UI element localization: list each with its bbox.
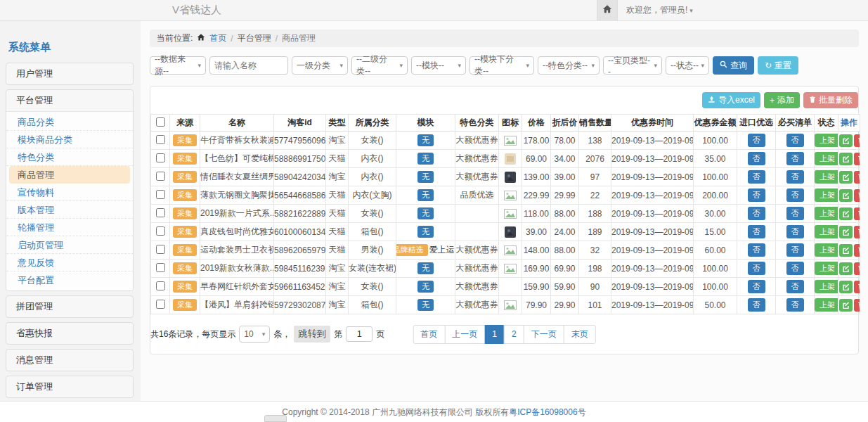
sidebar-item-宣传物料[interactable]: 宣传物料	[6, 184, 133, 201]
sidebar-section-header-group-buy-management[interactable]: 拼团管理	[6, 296, 133, 317]
edit-button[interactable]	[839, 134, 853, 147]
module-badge[interactable]: 无	[417, 207, 434, 219]
filter-select-item-type[interactable]: --宝贝类型--▾	[603, 56, 662, 75]
row-checkbox[interactable]	[156, 135, 165, 144]
page-button-上一页[interactable]: 上一页	[444, 325, 485, 344]
page-button-末页[interactable]: 末页	[564, 325, 596, 344]
import-select-toggle[interactable]: 否	[748, 225, 765, 238]
status-button[interactable]: 上架	[815, 225, 838, 238]
page-button-2[interactable]: 2	[504, 325, 524, 344]
edit-button[interactable]	[839, 189, 853, 202]
page-button-下一页[interactable]: 下一页	[524, 325, 564, 344]
row-checkbox[interactable]	[156, 226, 165, 236]
module-badge[interactable]: 无	[417, 189, 434, 201]
row-checkbox[interactable]	[156, 245, 165, 254]
delete-button[interactable]	[854, 134, 860, 147]
module-badge[interactable]: 无	[417, 226, 434, 238]
filter-select-level1-category[interactable]: 一级分类▾	[292, 56, 348, 75]
delete-button[interactable]	[854, 262, 860, 275]
module-badge[interactable]: 无	[417, 262, 434, 274]
delete-button[interactable]	[854, 207, 860, 220]
must-buy-toggle[interactable]: 否	[786, 298, 804, 312]
import-select-toggle[interactable]: 否	[748, 207, 765, 220]
reset-button[interactable]: ↻ 重置	[758, 56, 798, 75]
module-badge[interactable]: 无	[417, 171, 434, 183]
must-buy-toggle[interactable]: 否	[786, 207, 804, 220]
sidebar-section-header-user-management[interactable]: 用户管理	[6, 63, 133, 84]
row-checkbox[interactable]	[156, 190, 165, 199]
select-all-checkbox[interactable]	[156, 117, 165, 127]
status-button[interactable]: 上架	[815, 280, 838, 293]
sidebar-item-特色分类[interactable]: 特色分类	[6, 148, 133, 166]
import-select-toggle[interactable]: 否	[748, 298, 765, 312]
delete-button[interactable]	[854, 299, 860, 312]
sidebar-section-header-message-management[interactable]: 消息管理	[6, 350, 133, 371]
must-buy-toggle[interactable]: 否	[786, 243, 804, 257]
filter-select-data-source[interactable]: --数据来源--▾	[150, 56, 206, 75]
row-checkbox[interactable]	[156, 281, 165, 290]
jump-button[interactable]: 跳转到	[294, 326, 330, 343]
search-button[interactable]: 查询	[713, 56, 754, 75]
status-button[interactable]: 上架	[815, 262, 838, 275]
sidebar-item-模块商品分类[interactable]: 模块商品分类	[6, 131, 133, 148]
module-badge[interactable]: 无	[417, 153, 434, 165]
status-button[interactable]: 上架	[815, 170, 838, 184]
status-button[interactable]: 上架	[815, 298, 838, 312]
delete-button[interactable]	[854, 153, 860, 165]
row-checkbox[interactable]	[156, 263, 165, 272]
must-buy-toggle[interactable]: 否	[786, 152, 804, 165]
page-button-1[interactable]: 1	[484, 325, 505, 344]
status-button[interactable]: 上架	[815, 243, 838, 257]
module-badge[interactable]: 无	[417, 134, 434, 146]
filter-select-level2-category[interactable]: --二级分类--▾	[351, 56, 408, 75]
status-button[interactable]: 上架	[815, 134, 838, 147]
sidebar-item-商品分类[interactable]: 商品分类	[6, 113, 133, 131]
edit-button[interactable]	[839, 171, 853, 184]
import-select-toggle[interactable]: 否	[748, 170, 765, 184]
delete-button[interactable]	[854, 189, 860, 202]
filter-select-feature-category[interactable]: --特色分类--▾	[538, 56, 600, 75]
edit-button[interactable]	[839, 153, 853, 165]
filter-select-module[interactable]: --模块--▾	[411, 56, 466, 75]
sidebar-item-版本管理[interactable]: 版本管理	[6, 201, 133, 219]
row-checkbox[interactable]	[156, 208, 165, 217]
home-button[interactable]	[597, 0, 618, 20]
import-select-toggle[interactable]: 否	[748, 243, 765, 257]
sidebar-section-header-platform-management[interactable]: 平台管理	[6, 90, 133, 111]
import-select-toggle[interactable]: 否	[748, 134, 765, 147]
sidebar-section-header-savings-express[interactable]: 省惠快报	[6, 323, 133, 344]
must-buy-toggle[interactable]: 否	[786, 170, 804, 184]
user-menu[interactable]: 欢迎您，管理员!▾	[626, 4, 858, 16]
import-select-toggle[interactable]: 否	[748, 152, 765, 165]
sidebar-item-平台配置[interactable]: 平台配置	[6, 271, 133, 289]
delete-button[interactable]	[854, 171, 860, 184]
edit-button[interactable]	[839, 226, 853, 238]
must-buy-toggle[interactable]: 否	[786, 280, 804, 293]
status-button[interactable]: 上架	[815, 207, 838, 220]
must-buy-toggle[interactable]: 否	[786, 188, 804, 202]
row-checkbox[interactable]	[156, 153, 165, 162]
must-buy-toggle[interactable]: 否	[786, 134, 804, 147]
must-buy-toggle[interactable]: 否	[786, 262, 804, 275]
import-select-toggle[interactable]: 否	[748, 188, 765, 202]
row-checkbox[interactable]	[156, 172, 165, 181]
sidebar-section-header-order-management[interactable]: 订单管理	[6, 376, 133, 397]
edit-button[interactable]	[839, 262, 853, 275]
jump-page-input[interactable]	[346, 326, 373, 342]
import-select-toggle[interactable]: 否	[748, 262, 765, 275]
edit-button[interactable]	[839, 244, 853, 257]
delete-button[interactable]	[854, 281, 860, 293]
import-excel-button[interactable]: 导入excel	[702, 92, 760, 108]
icp-link[interactable]: 粤ICP备16098006号	[509, 407, 585, 417]
sidebar-item-启动页管理[interactable]: 启动页管理	[6, 236, 133, 254]
module-badge[interactable]: 无	[417, 299, 434, 311]
filter-select-status[interactable]: --状态--▾	[666, 56, 709, 75]
module-badge[interactable]: 无	[417, 281, 434, 293]
import-select-toggle[interactable]: 否	[748, 280, 765, 293]
breadcrumb-home-link[interactable]: 首页	[209, 32, 226, 44]
page-button-首页[interactable]: 首页	[413, 325, 445, 344]
edit-button[interactable]	[839, 299, 853, 312]
delete-button[interactable]	[854, 244, 860, 257]
filter-input-product-name[interactable]	[214, 60, 283, 70]
edit-button[interactable]	[839, 207, 853, 220]
